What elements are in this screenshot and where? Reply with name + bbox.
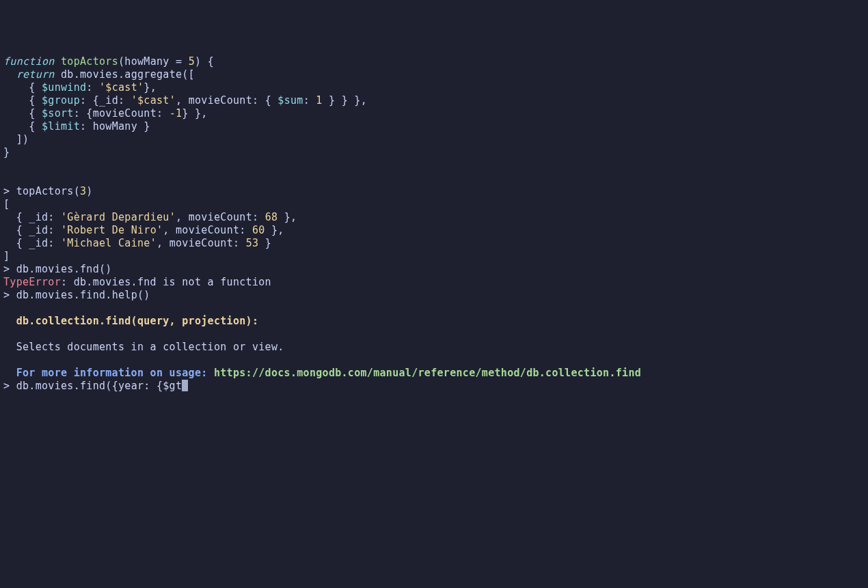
current-input[interactable]: db.movies.find({year: {$gt	[10, 380, 182, 392]
error-message: : db.movies.fnd is not a function	[61, 276, 271, 288]
result-open: [	[3, 198, 10, 210]
default-value: 5	[189, 55, 195, 68]
result-id-2: 'Michael Caine'	[61, 237, 157, 249]
sort-operator: $sort	[42, 107, 74, 120]
sum-operator: $sum	[277, 94, 303, 107]
prompt-symbol: >	[3, 263, 10, 275]
result-count-1: 60	[252, 224, 265, 236]
group-operator: $group	[42, 94, 80, 107]
limit-operator: $limit	[42, 120, 80, 132]
prompt-symbol: >	[3, 185, 10, 197]
keyword-function: function	[3, 55, 55, 68]
result-id-0: 'Gèrard Depardieu'	[61, 211, 176, 223]
limit-value: howMany	[93, 120, 137, 132]
prompt-symbol: >	[3, 380, 10, 392]
call-fn: topActors	[16, 185, 74, 197]
terminal-output[interactable]: function topActors(howMany = 5) { return…	[3, 55, 865, 393]
param-name: howMany	[124, 55, 169, 68]
call-arg: 3	[80, 185, 86, 197]
help-info-label: For more information on usage:	[3, 367, 214, 379]
error-label: TypeError	[3, 276, 61, 288]
help-title: db.collection.find(query, projection):	[3, 315, 258, 327]
help-description: Selects documents in a collection or vie…	[3, 341, 284, 353]
function-name: topActors	[61, 55, 118, 68]
result-id-1: 'Robert De Niro'	[61, 224, 163, 236]
group-id-value: '$cast'	[131, 94, 176, 107]
unwind-operator: $unwind	[42, 81, 86, 94]
result-count-0: 68	[265, 211, 278, 223]
cursor	[182, 380, 188, 391]
prompt-symbol: >	[3, 289, 10, 301]
fnd-call: db.movies.fnd()	[10, 263, 111, 275]
result-close: ]	[3, 250, 10, 262]
help-url[interactable]: https://docs.mongodb.com/manual/referenc…	[214, 367, 641, 379]
unwind-value: '$cast'	[99, 81, 144, 94]
help-call: db.movies.find.help()	[10, 289, 150, 301]
sum-value: 1	[316, 94, 322, 107]
sort-value: -1	[169, 107, 182, 120]
keyword-return: return	[16, 68, 55, 81]
result-count-2: 53	[246, 237, 259, 249]
